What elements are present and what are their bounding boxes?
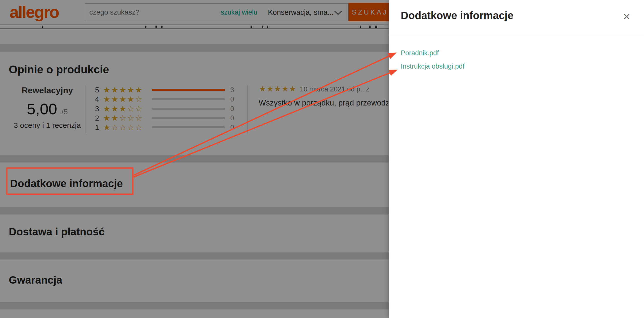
panel-title: Dodatkowe informacje (401, 10, 513, 22)
close-icon[interactable]: ✕ (620, 10, 634, 23)
pdf-link-poradnik[interactable]: Poradnik.pdf (401, 49, 439, 57)
panel-divider (389, 36, 644, 36)
dim-overlay (0, 0, 389, 318)
additional-info-panel: Dodatkowe informacje ✕ Poradnik.pdf Inst… (389, 0, 644, 318)
pdf-link-instrukcja[interactable]: Instrukcja obsługi.pdf (401, 63, 465, 70)
